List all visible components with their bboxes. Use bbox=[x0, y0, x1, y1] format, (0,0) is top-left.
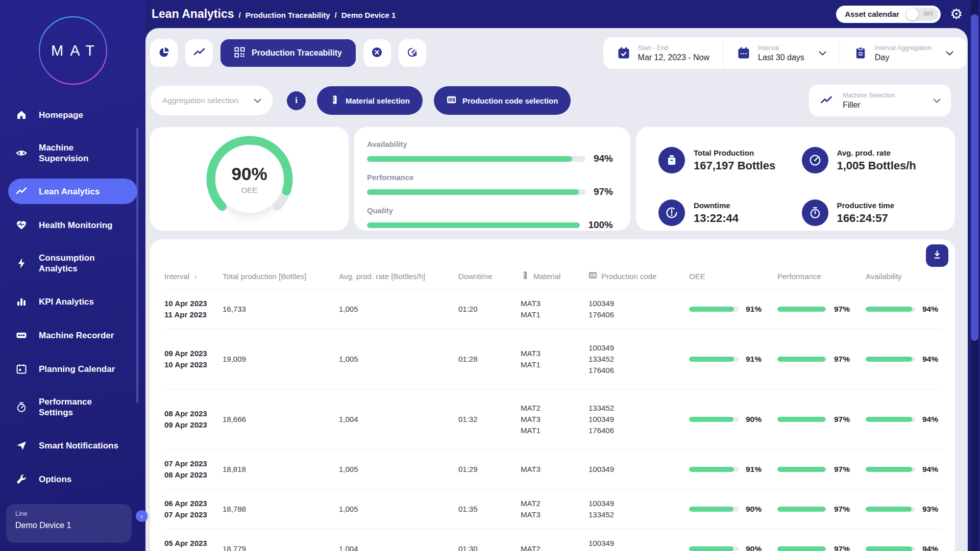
material-cylinder-icon bbox=[330, 95, 339, 106]
column-header-oee[interactable]: OEE bbox=[689, 272, 777, 281]
production-code-selection-button[interactable]: Production code selection bbox=[434, 86, 571, 115]
sidebar-item-homepage[interactable]: Homepage bbox=[8, 102, 137, 128]
cell-production-code: 100349176406 bbox=[589, 298, 689, 320]
app-root: MAT HomepageMachine SupervisionLean Anal… bbox=[0, 0, 980, 551]
sidebar-collapse-button[interactable]: ‹ bbox=[136, 510, 148, 522]
close-view-button[interactable] bbox=[363, 39, 391, 67]
sidebar-item-smart-notifications[interactable]: Smart Notifications bbox=[8, 433, 137, 458]
progress-bar bbox=[367, 222, 580, 228]
percent-bar: 97% bbox=[777, 465, 866, 474]
machine-selection-dropdown[interactable]: Machine Selection Filler bbox=[809, 85, 951, 116]
column-header-production-code[interactable]: Production code bbox=[589, 271, 689, 281]
sidebar-item-health-monitoring[interactable]: Health Monitoring bbox=[8, 212, 137, 238]
percent-bar: 93% bbox=[866, 505, 941, 514]
column-header-total-production[interactable]: Total production [Bottles] bbox=[223, 272, 339, 281]
traceability-table-card: Interval↓ Total production [Bottles] Avg… bbox=[150, 239, 955, 551]
stat-value: 1,005 Bottles/h bbox=[837, 159, 916, 172]
sidebar-item-label: Lean Analytics bbox=[39, 186, 100, 197]
date-range-selector[interactable]: Start - End Mar 12, 2023 - Now bbox=[603, 37, 723, 69]
toggle-state-label: OFF bbox=[923, 11, 934, 17]
oee-gauge-center: 90% OEE bbox=[231, 164, 267, 194]
column-header-downtime[interactable]: Downtime bbox=[458, 272, 521, 281]
gauge-report-view-button[interactable] bbox=[399, 39, 426, 67]
trend-line-icon bbox=[820, 94, 832, 107]
percent-bar: 91% bbox=[689, 305, 777, 314]
logo: MAT bbox=[38, 15, 108, 86]
calendar-check-icon bbox=[617, 46, 631, 60]
cell-production-code: 133452100349176406 bbox=[589, 403, 689, 436]
cell-interval: 10 Apr 202311 Apr 2023 bbox=[164, 298, 223, 320]
interval-aggregation-label: Interval Aggregation bbox=[875, 44, 932, 52]
column-header-interval[interactable]: Interval↓ bbox=[164, 272, 223, 281]
percent-bar: 94% bbox=[866, 544, 941, 551]
sidebar-item-label: Health Monitoring bbox=[39, 220, 112, 231]
percent-bar: 90% bbox=[689, 415, 777, 424]
cell-avg-rate: 1,004 bbox=[339, 415, 458, 423]
interval-aggregation-selector[interactable]: Interval Aggregation Day bbox=[840, 37, 967, 69]
interval-label: Interval bbox=[758, 44, 804, 52]
percent-bar: 91% bbox=[689, 355, 777, 364]
cell-performance: 97% bbox=[777, 415, 866, 424]
device-card[interactable]: Line Demo Device 1 bbox=[6, 504, 132, 543]
percent-bar: 97% bbox=[777, 544, 866, 551]
asset-calendar-switch[interactable]: OFF bbox=[905, 8, 938, 21]
sidebar-item-lean-analytics[interactable]: Lean Analytics bbox=[8, 179, 137, 204]
percent-bar: 90% bbox=[689, 544, 777, 551]
download-button[interactable] bbox=[926, 244, 948, 267]
trend-icon bbox=[15, 185, 28, 197]
sidebar-scrollbar[interactable] bbox=[136, 128, 138, 403]
cell-downtime: 01:35 bbox=[458, 505, 521, 513]
column-header-availability[interactable]: Availability bbox=[866, 272, 941, 281]
kpi-bar-value: 97% bbox=[594, 186, 613, 197]
asset-calendar-toggle-pill[interactable]: Asset calendar OFF bbox=[836, 6, 941, 23]
material-selection-button[interactable]: Material selection bbox=[317, 86, 423, 115]
home-icon bbox=[15, 109, 28, 121]
sidebar-item-options[interactable]: Options bbox=[8, 466, 137, 492]
machine-selection-value: Filler bbox=[843, 101, 895, 110]
percent-bar: 94% bbox=[866, 465, 941, 474]
cell-avg-rate: 1,005 bbox=[339, 465, 458, 473]
chevron-down-icon bbox=[254, 96, 261, 105]
cell-availability: 94% bbox=[866, 355, 941, 364]
kpi-bar-value: 94% bbox=[594, 153, 613, 164]
column-header-performance[interactable]: Performance bbox=[777, 272, 866, 281]
aggregation-select[interactable]: Aggregation selection bbox=[150, 86, 273, 115]
line-chart-view-button[interactable] bbox=[185, 39, 213, 67]
info-icon[interactable]: i bbox=[287, 91, 306, 110]
device-name: Demo Device 1 bbox=[15, 521, 122, 530]
rate-icon bbox=[802, 147, 828, 173]
page-scrollbar-thumb[interactable] bbox=[971, 14, 978, 341]
column-header-material[interactable]: Material bbox=[521, 271, 589, 281]
table-row[interactable]: 07 Apr 202308 Apr 202318,8181,00501:29MA… bbox=[164, 449, 941, 489]
kpi-stats-card: Total Production167,197 BottlesAvg. prod… bbox=[636, 127, 955, 231]
kpi-bar-availability: Availability94% bbox=[367, 140, 613, 164]
column-header-avg-rate[interactable]: Avg. prod. rate [Bottles/h] bbox=[339, 272, 458, 281]
table-row[interactable]: 10 Apr 202311 Apr 202316,7331,00501:20MA… bbox=[164, 289, 941, 329]
table-header: Interval↓ Total production [Bottles] Avg… bbox=[164, 271, 941, 289]
interval-selector[interactable]: Interval Last 30 days bbox=[723, 37, 840, 69]
sidebar-item-performance-settings[interactable]: Performance Settings bbox=[8, 390, 137, 424]
sidebar-item-planning-calendar[interactable]: Planning Calendar bbox=[8, 356, 137, 382]
breadcrumb-item: Production Traceability bbox=[246, 11, 330, 19]
kpi-bar-label: Quality bbox=[367, 206, 613, 215]
sidebar-item-machine-recorder[interactable]: Machine Recorder bbox=[8, 322, 137, 348]
sidebar-item-label: Planning Calendar bbox=[39, 364, 115, 374]
table-row[interactable]: 06 Apr 202307 Apr 202318,7881,00501:35MA… bbox=[164, 489, 941, 529]
production-traceability-tab[interactable]: Production Traceability bbox=[220, 39, 356, 67]
cell-total-production: 19,009 bbox=[223, 355, 339, 363]
date-filter-card: Start - End Mar 12, 2023 - Now Interval … bbox=[603, 37, 967, 69]
percent-bar: 97% bbox=[777, 505, 866, 514]
sidebar-item-machine-supervision[interactable]: Machine Supervision bbox=[8, 136, 137, 170]
table-row[interactable]: 05 Apr 202306 Apr 202318,7791,00401:30MA… bbox=[164, 529, 941, 551]
sidebar-item-consumption-analytics[interactable]: Consumption Analytics bbox=[8, 246, 137, 281]
date-range-value: Mar 12, 2023 - Now bbox=[638, 53, 710, 62]
cell-availability: 94% bbox=[866, 465, 941, 474]
sidebar-item-kpi-analytics[interactable]: KPI Analytics bbox=[8, 289, 137, 314]
chevron-left-icon: ‹ bbox=[140, 513, 143, 520]
view-switcher: Production Traceability bbox=[150, 39, 426, 67]
table-row[interactable]: 09 Apr 202310 Apr 202319,0091,00501:28MA… bbox=[164, 329, 941, 389]
settings-gear-icon[interactable]: ⚙ bbox=[950, 7, 963, 21]
table-row[interactable]: 08 Apr 202309 Apr 202318,6661,00401:32MA… bbox=[164, 389, 941, 449]
pie-chart-view-button[interactable] bbox=[150, 39, 178, 67]
stat-label: Avg. prod. rate bbox=[837, 148, 916, 157]
